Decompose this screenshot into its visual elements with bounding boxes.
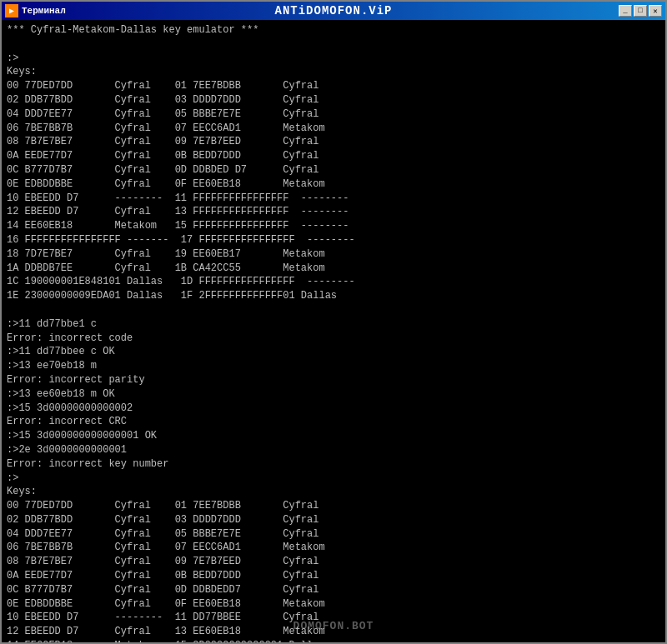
maximize-button[interactable]: □: [634, 5, 647, 17]
minimize-button[interactable]: _: [619, 5, 632, 17]
window-controls: _ □ ✕: [619, 5, 662, 17]
close-button[interactable]: ✕: [649, 5, 662, 17]
main-window: ▶ Терминал ANTiDOMOFON.ViP _ □ ✕ *** Cyf…: [0, 0, 667, 644]
window-title: Терминал: [22, 6, 66, 16]
title-bar: ▶ Терминал ANTiDOMOFON.ViP _ □ ✕: [2, 2, 665, 20]
terminal-icon: ▶: [5, 4, 18, 17]
title-bar-left: ▶ Терминал: [5, 4, 66, 17]
center-title: ANTiDOMOFON.ViP: [274, 4, 392, 17]
terminal-output[interactable]: *** Cyfral-Metakom-Dallas key emulator *…: [2, 20, 665, 642]
